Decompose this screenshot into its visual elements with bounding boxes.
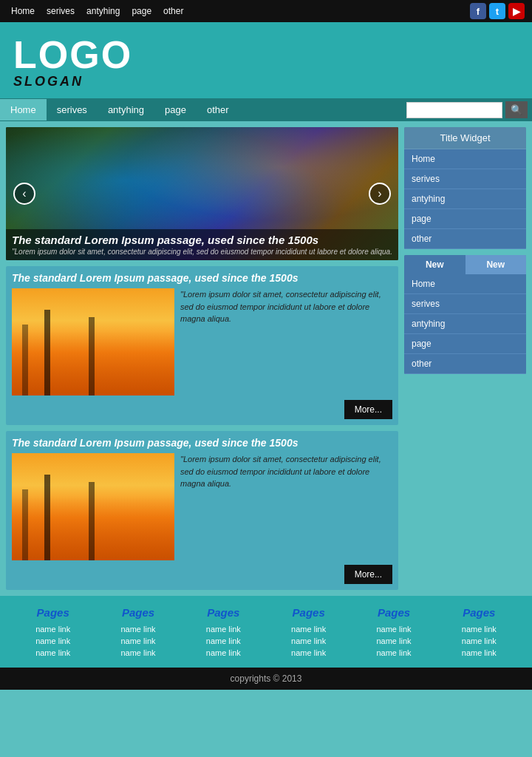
- article-1-thumb: [12, 288, 174, 396]
- footer-col-1-link-0[interactable]: name link: [95, 625, 180, 634]
- new-widget-links: Home serives antyhing page other: [404, 274, 526, 374]
- slider-caption-text: "Lorem ipsum dolor sit amet, consectetur…: [12, 248, 392, 256]
- new-widget: New New Home serives antyhing page other: [404, 255, 526, 374]
- title-widget-other[interactable]: other: [404, 229, 526, 249]
- article-1-text: "Lorem ipsum dolor sit amet, consectetur…: [180, 288, 392, 396]
- footer-col-4-link-0[interactable]: name link: [351, 625, 436, 634]
- footer-col-1-title: Pages: [95, 606, 180, 619]
- top-nav-links: Home serives antyhing page other: [7, 4, 187, 18]
- search-box: 🔍: [402, 98, 532, 121]
- new-widget-other[interactable]: other: [404, 354, 526, 374]
- new-widget-tabs: New New: [404, 255, 526, 274]
- title-widget-header: Title Widget: [404, 127, 526, 149]
- top-nav-antyhing[interactable]: antyhing: [83, 4, 123, 18]
- article-2-title: The standard Lorem Ipsum passage, used s…: [12, 437, 392, 449]
- title-widget: Title Widget Home serives antyhing page …: [404, 127, 526, 249]
- right-col: Title Widget Home serives antyhing page …: [404, 127, 526, 590]
- sec-nav-page[interactable]: page: [154, 99, 197, 120]
- title-widget-home[interactable]: Home: [404, 149, 526, 169]
- footer-col-2-title: Pages: [181, 606, 266, 619]
- title-widget-links: Home serives antyhing page other: [404, 149, 526, 249]
- article-card-2: The standard Lorem Ipsum passage, used s…: [6, 431, 398, 590]
- left-col: ‹ › The standard Lorem Ipsum passage, us…: [6, 127, 398, 590]
- title-widget-serives[interactable]: serives: [404, 169, 526, 189]
- article-2-more-button[interactable]: More...: [344, 565, 392, 584]
- clearfix-2: More...: [12, 560, 392, 584]
- clearfix-1: More...: [12, 396, 392, 419]
- slider-caption: The standard Lorem Ipsum passage, used s…: [6, 229, 398, 260]
- sec-nav-serives[interactable]: serives: [47, 99, 98, 120]
- copyright: copyrights © 2013: [0, 668, 532, 690]
- footer-col-4-title: Pages: [351, 606, 436, 619]
- top-nav-serives[interactable]: serives: [43, 4, 78, 18]
- article-2-body: "Lorem ipsum dolor sit amet, consectetur…: [12, 453, 392, 560]
- title-widget-antyhing[interactable]: antyhing: [404, 189, 526, 209]
- facebook-icon[interactable]: f: [470, 3, 486, 19]
- article-2-thumb: [12, 453, 174, 560]
- sec-nav-other[interactable]: other: [197, 99, 239, 120]
- article-card-1: The standard Lorem Ipsum passage, used s…: [6, 266, 398, 425]
- footer-col-4: Pagesname linkname linkname link: [351, 606, 436, 660]
- footer-col-5-title: Pages: [437, 606, 522, 619]
- logo-block: LOGO SLOGAN: [13, 35, 132, 89]
- footer-col-0-link-2[interactable]: name link: [10, 648, 95, 657]
- top-nav-page[interactable]: page: [128, 4, 155, 18]
- article-2-text: "Lorem ipsum dolor sit amet, consectetur…: [180, 453, 392, 560]
- footer-col-0: Pagesname linkname linkname link: [10, 606, 95, 660]
- search-input[interactable]: [406, 102, 502, 118]
- slogan-text: SLOGAN: [13, 74, 132, 89]
- new-tab-1[interactable]: New: [404, 255, 466, 274]
- footer-col-2-link-0[interactable]: name link: [181, 625, 266, 634]
- slider: ‹ › The standard Lorem Ipsum passage, us…: [6, 127, 398, 260]
- new-widget-home[interactable]: Home: [404, 274, 526, 294]
- sec-nav-home[interactable]: Home: [0, 99, 47, 120]
- sec-nav: Home serives antyhing page other 🔍: [0, 98, 532, 121]
- footer-col-3-title: Pages: [266, 606, 351, 619]
- twitter-icon[interactable]: t: [489, 3, 505, 19]
- slider-caption-title: The standard Lorem Ipsum passage, used s…: [12, 234, 392, 246]
- slider-prev-button[interactable]: ‹: [13, 183, 35, 205]
- logo-text: LOGO: [13, 35, 132, 74]
- new-widget-serives[interactable]: serives: [404, 294, 526, 314]
- social-icons: f t ▶: [470, 3, 525, 19]
- footer-col-2: Pagesname linkname linkname link: [181, 606, 266, 660]
- sec-nav-links: Home serives antyhing page other: [0, 99, 402, 120]
- new-widget-antyhing[interactable]: antyhing: [404, 314, 526, 334]
- main-content: ‹ › The standard Lorem Ipsum passage, us…: [0, 121, 532, 596]
- top-nav: Home serives antyhing page other f t ▶: [0, 0, 532, 22]
- top-nav-home[interactable]: Home: [7, 4, 38, 18]
- article-1-body: "Lorem ipsum dolor sit amet, consectetur…: [12, 288, 392, 396]
- youtube-icon[interactable]: ▶: [508, 3, 525, 19]
- footer-col-5-link-1[interactable]: name link: [437, 637, 522, 645]
- sec-nav-antyhing[interactable]: antyhing: [98, 99, 154, 120]
- title-widget-page[interactable]: page: [404, 209, 526, 229]
- footer-cols: Pagesname linkname linkname linkPagesnam…: [0, 596, 532, 668]
- article-1-title: The standard Lorem Ipsum passage, used s…: [12, 272, 392, 284]
- footer-col-1-link-1[interactable]: name link: [95, 637, 180, 645]
- new-tab-2[interactable]: New: [466, 255, 527, 274]
- footer-col-0-link-1[interactable]: name link: [10, 637, 95, 645]
- footer-col-4-link-2[interactable]: name link: [351, 648, 436, 657]
- logo-area: LOGO SLOGAN: [0, 22, 532, 98]
- footer-col-0-title: Pages: [10, 606, 95, 619]
- footer-col-5: Pagesname linkname linkname link: [437, 606, 522, 660]
- footer-col-3-link-1[interactable]: name link: [266, 637, 351, 645]
- slider-next-button[interactable]: ›: [369, 183, 391, 205]
- footer-col-5-link-0[interactable]: name link: [437, 625, 522, 634]
- top-nav-other[interactable]: other: [160, 4, 187, 18]
- new-widget-page[interactable]: page: [404, 334, 526, 354]
- footer-col-2-link-1[interactable]: name link: [181, 637, 266, 645]
- footer-col-3: Pagesname linkname linkname link: [266, 606, 351, 660]
- footer-col-3-link-0[interactable]: name link: [266, 625, 351, 634]
- footer-col-0-link-0[interactable]: name link: [10, 625, 95, 634]
- article-1-more-button[interactable]: More...: [344, 400, 392, 419]
- search-button[interactable]: 🔍: [505, 101, 528, 118]
- footer-col-5-link-2[interactable]: name link: [437, 648, 522, 657]
- footer-col-1-link-2[interactable]: name link: [95, 648, 180, 657]
- footer-col-4-link-1[interactable]: name link: [351, 637, 436, 645]
- footer-col-2-link-2[interactable]: name link: [181, 648, 266, 657]
- footer-col-1: Pagesname linkname linkname link: [95, 606, 180, 660]
- footer-col-3-link-2[interactable]: name link: [266, 648, 351, 657]
